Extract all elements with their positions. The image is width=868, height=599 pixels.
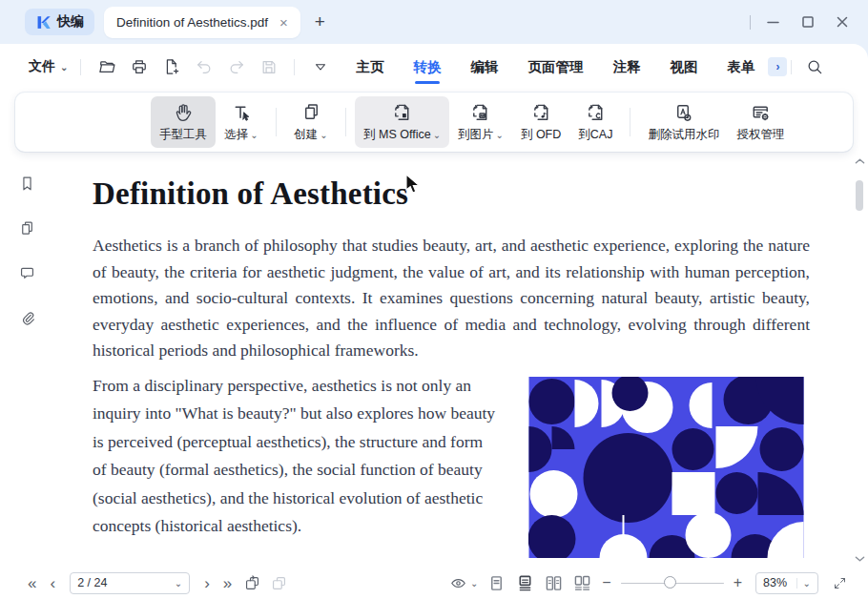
convert-office-icon — [391, 102, 413, 124]
continuous-scroll-view-button[interactable] — [512, 571, 537, 594]
quick-actions — [93, 54, 333, 80]
page-number-input[interactable]: 2 / 24 ⌄ — [70, 572, 190, 594]
menubar-divider — [791, 60, 792, 74]
zoom-slider-knob[interactable] — [664, 576, 676, 589]
tab-forms[interactable]: 表单 — [727, 52, 754, 82]
create-icon — [300, 102, 322, 124]
remove-trial-watermark-label: 删除试用水印 — [648, 127, 719, 143]
single-page-view-button[interactable] — [484, 571, 508, 594]
undo-icon — [191, 54, 217, 80]
fit-screen-button[interactable] — [828, 571, 851, 594]
chevron-down-icon: ⌄ — [320, 130, 327, 140]
attachment-icon — [18, 309, 36, 327]
read-mode-button[interactable]: ⌄ — [447, 571, 480, 594]
minimize-button[interactable] — [766, 15, 780, 30]
tab-view[interactable]: 视图 — [670, 52, 697, 82]
attachments-panel-button[interactable] — [14, 305, 39, 330]
search-icon[interactable] — [801, 54, 827, 80]
more-tabs-button[interactable]: › — [768, 57, 787, 76]
document-page[interactable]: Definition of Aesthetics Aesthetics is a… — [53, 153, 849, 567]
facing-continuous-view-button[interactable] — [569, 571, 594, 594]
previous-page-button[interactable]: ‹ — [43, 575, 62, 591]
last-page-button[interactable]: » — [217, 575, 238, 591]
app-logo-icon — [35, 14, 52, 31]
close-button[interactable] — [836, 15, 849, 29]
navigation-sidebar — [0, 157, 53, 567]
toolbar-divider — [276, 108, 277, 136]
zoom-in-button[interactable]: + — [728, 574, 748, 591]
new-file-icon[interactable] — [158, 54, 184, 80]
new-tab-button[interactable]: + — [315, 11, 325, 32]
save-icon — [256, 54, 281, 80]
window-controls-divider — [750, 15, 751, 30]
document-paragraph-1: Aesthetics is a branch of philosophy tha… — [93, 233, 810, 364]
document-tab[interactable]: Definition of Aesthetics.pdf × — [104, 7, 300, 38]
tab-annotate[interactable]: 注释 — [612, 52, 640, 82]
tab-page-management[interactable]: 页面管理 — [527, 52, 583, 82]
convert-caj-icon — [585, 102, 607, 124]
ribbon-tabs: 主页 转换 编辑 页面管理 注释 视图 表单 — [356, 52, 754, 82]
redo-icon — [223, 54, 249, 80]
to-ms-office-button[interactable]: 到 MS Office ⌄ — [355, 96, 449, 148]
tab-close-icon[interactable]: × — [279, 15, 288, 30]
window-controls — [750, 15, 849, 30]
comments-panel-button[interactable] — [14, 260, 39, 285]
previous-view-button[interactable] — [240, 571, 263, 594]
to-image-button[interactable]: 到图片 ⌄ — [449, 96, 512, 148]
license-management-label: 授权管理 — [736, 127, 784, 143]
toolbar-divider — [345, 108, 346, 136]
collapse-toolbar-icon[interactable] — [307, 54, 333, 80]
previous-view-icon — [243, 574, 261, 592]
zoom-slider[interactable] — [621, 576, 724, 589]
to-ofd-button[interactable]: 到 OFD — [512, 96, 569, 148]
hand-tool-button[interactable]: 手型工具 — [151, 96, 216, 148]
scroll-up-icon[interactable] — [855, 155, 865, 167]
zoom-out-button[interactable]: − — [596, 574, 616, 591]
file-menu-label: 文件 — [29, 58, 55, 75]
geometric-artwork-image — [528, 377, 804, 558]
chevron-down-icon: ⌄ — [470, 578, 478, 589]
app-logo[interactable]: 快编 — [25, 9, 94, 35]
page-thumbnails-panel-button[interactable] — [14, 216, 39, 240]
scroll-down-icon[interactable] — [855, 553, 865, 565]
ribbon-toolbar: 手型工具 选择 ⌄ 创建 ⌄ — [15, 93, 853, 152]
print-icon[interactable] — [126, 54, 152, 80]
chevron-down-icon: ⌄ — [175, 578, 182, 589]
document-heading: Definition of Aesthetics — [93, 176, 408, 212]
document-paragraph-2: From a disciplinary perspective, aesthet… — [93, 372, 497, 540]
remove-trial-watermark-button[interactable]: 删除试用水印 — [639, 96, 728, 148]
maximize-button[interactable] — [801, 15, 815, 29]
zoom-level-value: 83% — [763, 576, 787, 589]
menubar-divider — [80, 59, 81, 75]
scrollbar-thumb[interactable] — [856, 180, 863, 211]
to-ofd-label: 到 OFD — [521, 127, 561, 143]
remove-watermark-icon — [672, 102, 694, 124]
tab-convert[interactable]: 转换 — [413, 52, 441, 82]
tab-edit[interactable]: 编辑 — [470, 52, 498, 82]
file-menu[interactable]: 文件 ⌄ — [29, 58, 68, 75]
select-tool-button[interactable]: 选择 ⌄ — [216, 96, 267, 148]
chevron-down-icon: ⌄ — [496, 130, 504, 140]
open-file-icon[interactable] — [93, 54, 119, 80]
create-label: 创建 — [294, 127, 318, 143]
to-ms-office-label: 到 MS Office — [363, 127, 431, 143]
tab-home[interactable]: 主页 — [356, 52, 383, 82]
select-tool-label: 选择 — [224, 127, 248, 143]
menubar-divider — [294, 59, 295, 75]
to-image-label: 到图片 — [458, 127, 494, 143]
convert-ofd-icon — [530, 102, 552, 124]
facing-pages-view-button[interactable] — [541, 571, 566, 594]
next-page-button[interactable]: › — [197, 575, 217, 591]
bookmarks-panel-button[interactable] — [14, 171, 39, 196]
zoom-level-select[interactable]: 83% ⌄ — [755, 572, 818, 594]
chevron-down-icon: ⌄ — [433, 130, 441, 140]
page-indicator: 2 / 24 — [77, 576, 107, 589]
license-management-button[interactable]: 授权管理 — [728, 96, 793, 148]
document-tab-title: Definition of Aesthetics.pdf — [116, 15, 268, 30]
create-button[interactable]: 创建 ⌄ — [285, 96, 337, 148]
to-caj-button[interactable]: 到CAJ — [569, 96, 621, 148]
toolbar-divider — [630, 108, 630, 136]
first-page-button[interactable]: « — [21, 575, 43, 591]
hand-tool-label: 手型工具 — [159, 127, 207, 143]
vertical-scrollbar[interactable] — [852, 155, 867, 565]
